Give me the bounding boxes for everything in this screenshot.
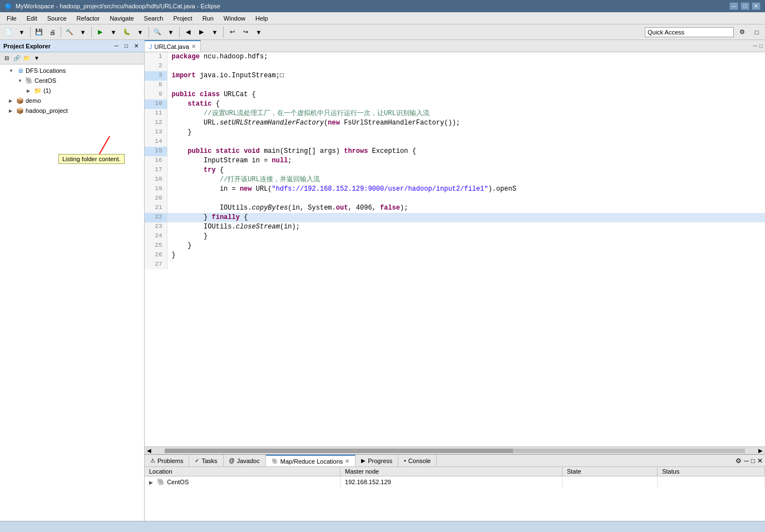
sidebar-close-btn[interactable]: ✕ bbox=[132, 42, 141, 51]
hscroll-thumb[interactable] bbox=[165, 449, 513, 453]
tasks-label: Tasks bbox=[201, 458, 217, 464]
editor-maximize-btn[interactable]: □ bbox=[759, 43, 763, 49]
line-content[interactable]: import java.io.InputStream;□ bbox=[167, 71, 765, 81]
hscroll-left[interactable]: ◀ bbox=[145, 448, 154, 454]
menu-run[interactable]: Run bbox=[198, 14, 218, 23]
toolbar-debug[interactable]: 🐛 bbox=[121, 26, 133, 38]
toolbar-build[interactable]: 🔨 bbox=[63, 26, 76, 38]
line-content[interactable]: in = new URL("hdfs://192.168.152.129:900… bbox=[167, 185, 765, 194]
toolbar-back[interactable]: ◀ bbox=[182, 26, 194, 38]
tree-item-demo[interactable]: ▶ 📦 demo bbox=[0, 96, 144, 106]
menu-navigate[interactable]: Navigate bbox=[105, 14, 138, 23]
tab-close-urlcat[interactable]: ✕ bbox=[191, 43, 196, 49]
bottom-panel-close-btn[interactable]: ✕ bbox=[757, 457, 763, 465]
tree-item-folder1[interactable]: ▶ 📁 (1) bbox=[0, 86, 144, 96]
toolbar-debug-dropdown[interactable]: ▼ bbox=[134, 26, 146, 38]
editor-minimize-btn[interactable]: ─ bbox=[753, 43, 757, 49]
bottom-panel-options-btn[interactable]: ⚙ bbox=[736, 457, 742, 465]
menu-source[interactable]: Source bbox=[43, 14, 71, 23]
code-editor[interactable]: 1 package ncu.hadoop.hdfs; 2 3 import ja… bbox=[145, 52, 765, 446]
sidebar-header: Project Explorer ─ □ ✕ bbox=[0, 40, 144, 52]
close-button[interactable]: ✕ bbox=[752, 2, 761, 10]
bottom-panel-maximize-btn[interactable]: □ bbox=[751, 457, 755, 465]
line-content[interactable]: URL.setURLStreamHandlerFactory(new FsUrl… bbox=[167, 118, 765, 128]
hscroll[interactable]: ◀ ▶ bbox=[145, 446, 765, 454]
tree-item-hadoop-project[interactable]: ▶ 📦 hadoop_project bbox=[0, 106, 144, 116]
menu-search[interactable]: Search bbox=[140, 14, 168, 23]
line-content[interactable]: static { bbox=[167, 100, 765, 109]
toolbar-run-dropdown[interactable]: ▼ bbox=[107, 26, 120, 38]
toolbar-dropdown2[interactable]: ▼ bbox=[77, 26, 89, 38]
bottom-tab-problems[interactable]: ⚠ Problems bbox=[145, 455, 189, 466]
line-content[interactable] bbox=[167, 81, 765, 90]
sidebar-minimize-btn[interactable]: ─ bbox=[112, 42, 121, 51]
line-content[interactable]: } bbox=[167, 251, 765, 260]
menu-refactor[interactable]: Refactor bbox=[72, 14, 105, 23]
toolbar-new[interactable]: 📄 bbox=[2, 26, 14, 38]
sidebar-collapse-all[interactable]: ⊟ bbox=[2, 54, 11, 63]
toolbar-search-dropdown[interactable]: ▼ bbox=[165, 26, 177, 38]
maximize-button[interactable]: □ bbox=[741, 2, 749, 10]
bottom-tab-progress[interactable]: ▶ Progress bbox=[356, 455, 398, 466]
toolbar-nav-dropdown[interactable]: ▼ bbox=[209, 26, 221, 38]
toolbar-save[interactable]: 💾 bbox=[33, 26, 45, 38]
line-content[interactable]: package ncu.hadoop.hdfs; bbox=[167, 52, 765, 62]
sidebar-menu[interactable]: ▼ bbox=[32, 54, 41, 63]
bottom-tab-console[interactable]: ▪ Console bbox=[398, 455, 437, 466]
line-content[interactable]: //打开该URL连接，并返回输入流 bbox=[167, 175, 765, 185]
line-content[interactable]: IOUtils.copyBytes(in, System.out, 4096, … bbox=[167, 203, 765, 213]
table-row[interactable]: ▶ 🐘 CentOS 192.168.152.129 bbox=[145, 476, 765, 488]
minimize-button[interactable]: ─ bbox=[729, 2, 738, 10]
line-content[interactable]: InputStream in = null; bbox=[167, 156, 765, 166]
menu-help[interactable]: Help bbox=[251, 14, 273, 23]
line-content[interactable]: } bbox=[167, 128, 765, 137]
toolbar-dropdown1[interactable]: ▼ bbox=[16, 26, 28, 38]
menu-edit[interactable]: Edit bbox=[22, 14, 42, 23]
hscroll-right[interactable]: ▶ bbox=[756, 448, 765, 454]
line-number: 14 bbox=[145, 137, 167, 147]
tree-item-centos[interactable]: ▼ 🐘 CentOS bbox=[0, 76, 144, 86]
toolbar-prev-edit[interactable]: ↩ bbox=[226, 26, 238, 38]
toolbar-next-edit[interactable]: ↪ bbox=[239, 26, 251, 38]
console-icon: ▪ bbox=[404, 458, 406, 464]
table-row: 12 URL.setURLStreamHandlerFactory(new Fs… bbox=[145, 118, 765, 128]
line-content[interactable]: public static void main(String[] args) t… bbox=[167, 147, 765, 156]
line-content[interactable] bbox=[167, 62, 765, 71]
tree-item-dfs-locations[interactable]: ▼ 🖥 DFS Locations bbox=[0, 66, 144, 76]
toolbar-edit-dropdown[interactable]: ▼ bbox=[253, 26, 265, 38]
hadoop-project-label: hadoop_project bbox=[26, 107, 68, 114]
line-content[interactable]: } bbox=[167, 232, 765, 241]
line-content[interactable]: //设置URL流处理工厂，在一个虚拟机中只运行运行一次，让URL识别输入流 bbox=[167, 109, 765, 118]
table-header-row: Location Master node State Status bbox=[145, 467, 765, 476]
row-expand-btn[interactable]: ▶ bbox=[149, 480, 153, 485]
line-content[interactable]: } finally { bbox=[167, 213, 765, 222]
menu-window[interactable]: Window bbox=[219, 14, 250, 23]
sidebar-link-editor[interactable]: 🔗 bbox=[12, 54, 21, 63]
toolbar-search[interactable]: 🔍 bbox=[151, 26, 164, 38]
mapreduce-tab-close[interactable]: ✕ bbox=[345, 458, 349, 464]
sidebar-maximize-btn[interactable]: □ bbox=[122, 42, 131, 51]
toolbar-maximize-perspective[interactable]: □ bbox=[751, 26, 763, 38]
line-content[interactable]: try { bbox=[167, 166, 765, 175]
toolbar-forward[interactable]: ▶ bbox=[195, 26, 208, 38]
menu-file[interactable]: File bbox=[2, 14, 21, 23]
hscroll-track[interactable] bbox=[165, 449, 745, 453]
bottom-tab-tasks[interactable]: ✓ Tasks bbox=[189, 455, 223, 466]
bottom-panel-minimize-btn[interactable]: ─ bbox=[744, 457, 749, 465]
line-content[interactable] bbox=[167, 260, 765, 270]
line-content[interactable]: } bbox=[167, 241, 765, 251]
line-content[interactable] bbox=[167, 137, 765, 147]
line-content[interactable]: public class URLCat { bbox=[167, 90, 765, 100]
bottom-tab-mapreduce[interactable]: 🐘 Map/Reduce Locations ✕ bbox=[266, 455, 356, 466]
menu-project[interactable]: Project bbox=[169, 14, 196, 23]
bottom-tab-javadoc[interactable]: @ Javadoc bbox=[224, 455, 266, 466]
table-row: 15 public static void main(String[] args… bbox=[145, 147, 765, 156]
line-content[interactable] bbox=[167, 194, 765, 203]
toolbar-run[interactable]: ▶ bbox=[94, 26, 106, 38]
toolbar-perspective[interactable]: ⚙ bbox=[736, 26, 748, 38]
sidebar-new[interactable]: 📁 bbox=[22, 54, 31, 63]
quick-access-input[interactable]: Quick Access bbox=[645, 27, 734, 37]
line-content[interactable]: IOUtils.closeStream(in); bbox=[167, 222, 765, 232]
editor-tab-urlcat[interactable]: J URLCat.java ✕ bbox=[145, 40, 201, 52]
toolbar-print[interactable]: 🖨 bbox=[46, 26, 58, 38]
